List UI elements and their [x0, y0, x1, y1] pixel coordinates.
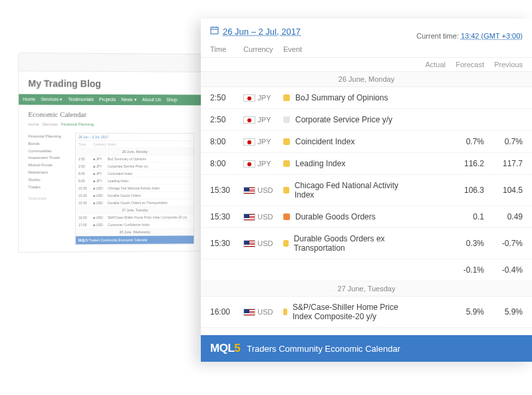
flag-jpy-icon	[243, 138, 255, 146]
event-currency: USD	[243, 186, 283, 195]
date-range-picker[interactable]: 26 Jun – 2 Jul, 2017	[210, 26, 301, 37]
table-subheader: Actual Forecast Previous	[201, 58, 532, 72]
calendar-footer: MQL5 Traders Community Economic Calendar	[201, 335, 532, 362]
mini-event-row: 2:50■ JPYBoJ Summary of Opinions	[76, 156, 194, 163]
crumb-services[interactable]: Services	[43, 122, 58, 126]
event-name: Corporate Service Price y/y	[283, 115, 407, 124]
calendar-body[interactable]: 26 June, Monday 2:50 JPY BoJ Summary of …	[201, 72, 532, 335]
flag-jpy-icon	[243, 94, 255, 102]
event-time: 2:50	[210, 115, 243, 124]
event-row[interactable]: 8:00 JPY Leading Index 116.2 117.7	[201, 153, 532, 175]
flag-jpy-icon	[243, 116, 255, 124]
event-previous: 5.9%	[484, 307, 523, 317]
importance-med-icon	[283, 94, 290, 101]
nav-services[interactable]: Services ▾	[41, 97, 63, 102]
event-row[interactable]: 2:50 JPY BoJ Summary of Opinions	[201, 87, 532, 109]
event-name: Durable Goods Orders	[283, 212, 407, 221]
event-currency: USD	[243, 307, 283, 317]
mini-event-row: 15:30■ USDChicago Fed National Activity …	[76, 185, 194, 192]
event-previous: 117.7	[484, 159, 523, 168]
browser-chrome	[18, 53, 204, 72]
importance-med-icon	[283, 309, 287, 315]
sidebar-item[interactable]: Commodities	[28, 148, 68, 155]
event-time: 15:30	[210, 212, 243, 221]
crumb-home[interactable]: Home	[28, 122, 39, 126]
col-previous: Previous	[484, 61, 523, 68]
importance-med-icon	[283, 160, 290, 167]
event-time: 8:00	[210, 137, 243, 146]
event-row[interactable]: 15:30 USD Durable Goods Orders 0.1 0.49	[201, 206, 532, 228]
col-time: Time	[210, 45, 243, 53]
event-row[interactable]: 15:30 USD Durable Goods Orders ex Transp…	[201, 228, 532, 259]
event-name: BoJ Summary of Opinions	[283, 93, 407, 102]
blog-background: My Trading Blog Home Services ▾ Testimon…	[18, 53, 204, 253]
event-name: Leading Index	[283, 159, 407, 168]
event-row[interactable]: 8:00 JPY Coincident Index 0.7% 0.7%	[201, 131, 532, 153]
mini-date[interactable]: 26 Jun – 2 Jul, 2017	[76, 134, 194, 141]
sidebar-item[interactable]: Stocks	[28, 176, 68, 184]
event-name: Durable Goods Orders ex Transportation	[283, 234, 407, 253]
day-header: 26 June, Monday	[201, 72, 532, 87]
event-row[interactable]: 17:00 USD Consumer Confidence Index 124.…	[201, 328, 532, 335]
current-time: Current time: 13:42 (GMT +3:00)	[416, 32, 523, 40]
event-time: 8:00	[210, 159, 243, 168]
flag-usd-icon	[243, 309, 255, 316]
event-previous: -0.4%	[484, 265, 523, 275]
event-time: 16:00	[210, 307, 243, 317]
event-time: 15:30	[210, 239, 243, 248]
page-heading: Economic Calendar	[28, 110, 194, 119]
flag-jpy-icon	[243, 160, 255, 168]
footer-text: Traders Community Economic Calendar	[247, 344, 400, 354]
mini-calendar: 26 Jun – 2 Jul, 2017 Time Currency Event…	[75, 133, 194, 245]
event-name: Chicago Fed National Activity Index	[283, 181, 407, 199]
event-previous: 0.7%	[484, 137, 523, 146]
event-forecast: 0.7%	[446, 137, 484, 146]
mql5-logo[interactable]: MQL5	[210, 342, 240, 355]
flag-usd-icon	[243, 187, 255, 194]
event-forecast: 5.9%	[446, 307, 484, 317]
nav-testimonials[interactable]: Testimonials	[68, 97, 94, 102]
sidebar-item[interactable]: Investment Trusts	[28, 154, 68, 162]
mini-event-row: 2:50■ JPYCorporate Service Price y/y	[76, 163, 194, 170]
flag-usd-icon	[243, 240, 255, 247]
event-currency: JPY	[243, 115, 283, 124]
event-row[interactable]: 2:50 JPY Corporate Service Price y/y	[201, 109, 532, 131]
timezone-picker[interactable]: 13:42 (GMT +3:00)	[461, 32, 523, 40]
testimonials-heading: Testimonials	[28, 196, 68, 202]
event-previous: 0.49	[484, 212, 523, 221]
event-forecast: 0.3%	[446, 239, 484, 248]
event-currency: USD	[243, 212, 283, 221]
mini-event-row: 17:00■ USDConsumer Confidence Index	[76, 221, 194, 229]
sidebar-item[interactable]: Retirement	[28, 169, 68, 176]
table-header: Current time: 13:42 (GMT +3:00) Time Cur…	[201, 41, 532, 58]
blog-title: My Trading Blog	[28, 78, 194, 89]
importance-high-icon	[283, 213, 290, 220]
nav-news[interactable]: News ▾	[121, 97, 136, 102]
event-name: Coincident Index	[283, 137, 407, 146]
mini-event-row: 15:30■ USDDurable Goods Orders	[76, 192, 194, 199]
event-row[interactable]: 15:30 USD Chicago Fed National Activity …	[201, 175, 532, 206]
sidebar-item[interactable]: Mutual Funds	[28, 162, 68, 169]
nav-about[interactable]: About Us	[142, 97, 162, 102]
event-currency: JPY	[243, 137, 283, 146]
event-row[interactable]: 16:00 USD S&P/Case-Shiller Home Price In…	[201, 297, 532, 328]
mini-footer: MQL5 Traders Community Economic Calendar	[76, 235, 194, 244]
mini-event-row: 15:30■ USDDurable Goods Orders ex Transp…	[76, 199, 194, 207]
event-row[interactable]: -0.1% -0.4%	[201, 259, 532, 281]
importance-med-icon	[283, 240, 289, 247]
importance-med-icon	[283, 138, 290, 145]
event-time: 15:30	[210, 186, 243, 195]
blog-nav: Home Services ▾ Testimonials Projects Ne…	[19, 94, 203, 105]
event-time: 2:50	[210, 93, 243, 102]
importance-med-icon	[283, 187, 289, 194]
breadcrumb: Home Services Financial Planning	[28, 122, 194, 126]
day-header: 27 June, Tuesday	[201, 281, 532, 297]
sidebar-item[interactable]: Bonds	[28, 140, 68, 148]
flag-usd-icon	[243, 213, 255, 221]
importance-low-icon	[283, 116, 290, 123]
sidebar-item[interactable]: Financial Planning	[28, 133, 68, 140]
nav-projects[interactable]: Projects	[99, 97, 116, 102]
nav-home[interactable]: Home	[23, 97, 35, 102]
sidebar-item[interactable]: Trades	[28, 184, 68, 191]
nav-shop[interactable]: Shop	[166, 97, 177, 102]
